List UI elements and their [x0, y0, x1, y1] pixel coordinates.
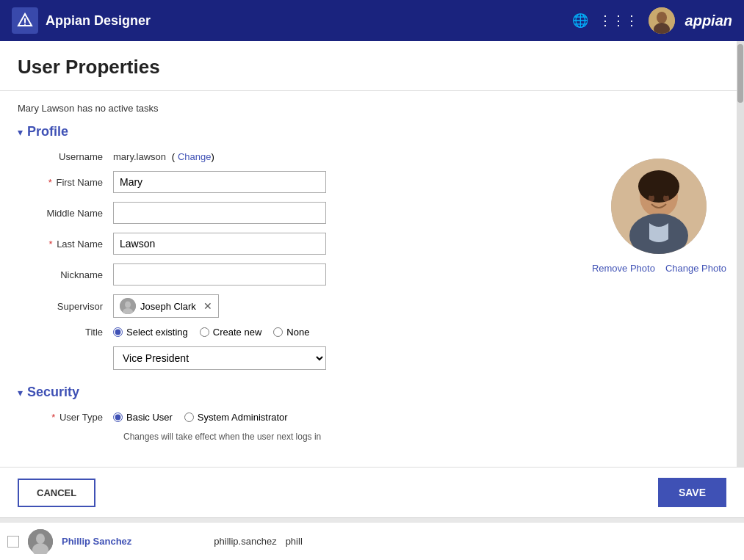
username-row: Username mary.lawson ( Change ) — [18, 151, 563, 162]
user-type-radio-basic[interactable] — [113, 412, 123, 422]
row-username-short: phill — [286, 536, 303, 547]
modal-title: User Properties — [18, 56, 726, 79]
last-name-label: * Last Name — [18, 239, 113, 250]
appian-logo: appian — [685, 12, 732, 29]
nav-left: Appian Designer — [12, 7, 151, 34]
svg-point-7 — [125, 302, 131, 308]
title-create-new[interactable]: Create new — [200, 327, 261, 338]
background-table-row: Phillip Sanchez phillip.sanchez phill — [0, 522, 744, 560]
row-username: phillip.sanchez — [214, 536, 276, 547]
supervisor-row: Supervisor Joseph Clark ✕ — [18, 294, 563, 318]
profile-form-area: Username mary.lawson ( Change ) * First … — [18, 151, 726, 379]
middle-name-row: Middle Name — [18, 202, 563, 224]
username-paren-open: ( — [169, 151, 175, 162]
last-name-input[interactable] — [113, 233, 326, 255]
title-radio-select-existing[interactable] — [113, 327, 123, 337]
top-nav: Appian Designer 🌐 ⋮⋮⋮ appian — [0, 0, 744, 41]
first-name-input[interactable] — [113, 171, 326, 193]
title-none[interactable]: None — [273, 327, 309, 338]
supervisor-avatar — [120, 298, 136, 314]
photo-links: Remove Photo Change Photo — [592, 263, 726, 274]
app-logo-icon — [12, 7, 38, 34]
nickname-input[interactable] — [113, 263, 326, 286]
search-globe-icon[interactable]: 🌐 — [572, 12, 588, 29]
security-chevron-icon: ▾ — [18, 387, 23, 399]
username-label: Username — [18, 151, 113, 162]
username-paren-close: ) — [212, 151, 214, 162]
status-text: Mary Lawson has no active tasks — [18, 103, 726, 114]
user-type-required: * — [51, 412, 55, 423]
last-name-required: * — [48, 239, 52, 250]
profile-section-title: Profile — [27, 124, 68, 139]
profile-section-header[interactable]: ▾ Profile — [18, 124, 726, 139]
user-type-label: * User Type — [18, 412, 113, 423]
svg-point-11 — [638, 170, 679, 203]
supervisor-name: Joseph Clark — [140, 301, 196, 312]
supervisor-label: Supervisor — [18, 301, 113, 312]
change-note: Changes will take effect when the user n… — [123, 432, 726, 442]
user-avatar[interactable] — [649, 7, 675, 34]
last-name-row: * Last Name — [18, 233, 563, 255]
title-label: Title — [18, 327, 113, 338]
supervisor-tag: Joseph Clark ✕ — [113, 294, 219, 318]
user-type-radio-admin[interactable] — [184, 412, 194, 422]
nickname-label: Nickname — [18, 269, 113, 280]
photo-area: Remove Photo Change Photo — [592, 151, 726, 379]
user-type-admin[interactable]: System Administrator — [184, 412, 288, 423]
svg-point-4 — [657, 12, 667, 23]
first-name-row: * First Name — [18, 171, 563, 193]
modal-footer: CANCEL SAVE — [0, 467, 744, 517]
change-photo-link[interactable]: Change Photo — [665, 263, 726, 274]
remove-photo-link[interactable]: Remove Photo — [592, 263, 655, 274]
row-avatar — [28, 529, 53, 554]
modal-header: User Properties — [0, 41, 744, 91]
save-button[interactable]: SAVE — [658, 478, 726, 507]
profile-photo — [611, 159, 707, 254]
security-section: ▾ Security * User Type Basic User — [18, 385, 726, 442]
user-type-radio-group: Basic User System Administrator — [113, 412, 288, 423]
svg-point-18 — [36, 534, 45, 544]
title-row: Title Select existing Create new — [18, 327, 563, 338]
row-user-name[interactable]: Phillip Sanchez — [62, 536, 131, 547]
user-type-basic[interactable]: Basic User — [113, 412, 173, 423]
title-select-existing[interactable]: Select existing — [113, 327, 188, 338]
supervisor-remove-button[interactable]: ✕ — [203, 300, 212, 312]
app-title: Appian Designer — [46, 13, 151, 29]
user-properties-modal: User Properties Mary Lawson has no activ… — [0, 41, 744, 518]
first-name-required: * — [48, 177, 52, 188]
row-checkbox[interactable] — [7, 536, 19, 548]
nickname-row: Nickname — [18, 263, 563, 286]
svg-point-15 — [649, 192, 654, 196]
middle-name-label: Middle Name — [18, 208, 113, 219]
svg-point-2 — [24, 23, 26, 25]
security-section-title: Security — [27, 385, 79, 400]
security-section-header[interactable]: ▾ Security — [18, 385, 726, 400]
profile-chevron-icon: ▾ — [18, 126, 23, 138]
title-dropdown-row: Vice President Director Manager Associat… — [113, 346, 563, 370]
middle-name-input[interactable] — [113, 202, 326, 224]
svg-point-16 — [663, 192, 669, 196]
nav-right: 🌐 ⋮⋮⋮ appian — [572, 7, 732, 34]
user-type-row: * User Type Basic User System Administra… — [18, 412, 726, 423]
title-select[interactable]: Vice President Director Manager Associat… — [113, 346, 326, 370]
profile-fields: Username mary.lawson ( Change ) * First … — [18, 151, 563, 379]
cancel-button[interactable]: CANCEL — [18, 479, 95, 507]
title-radio-none[interactable] — [273, 327, 283, 337]
username-change-link[interactable]: Change — [178, 151, 212, 162]
first-name-label: * First Name — [18, 177, 113, 188]
username-value: mary.lawson — [113, 151, 166, 162]
title-radio-create-new[interactable] — [200, 327, 209, 337]
apps-grid-icon[interactable]: ⋮⋮⋮ — [599, 12, 638, 29]
title-radio-group: Select existing Create new None — [113, 327, 309, 338]
modal-body: Mary Lawson has no active tasks ▾ Profil… — [0, 91, 744, 454]
